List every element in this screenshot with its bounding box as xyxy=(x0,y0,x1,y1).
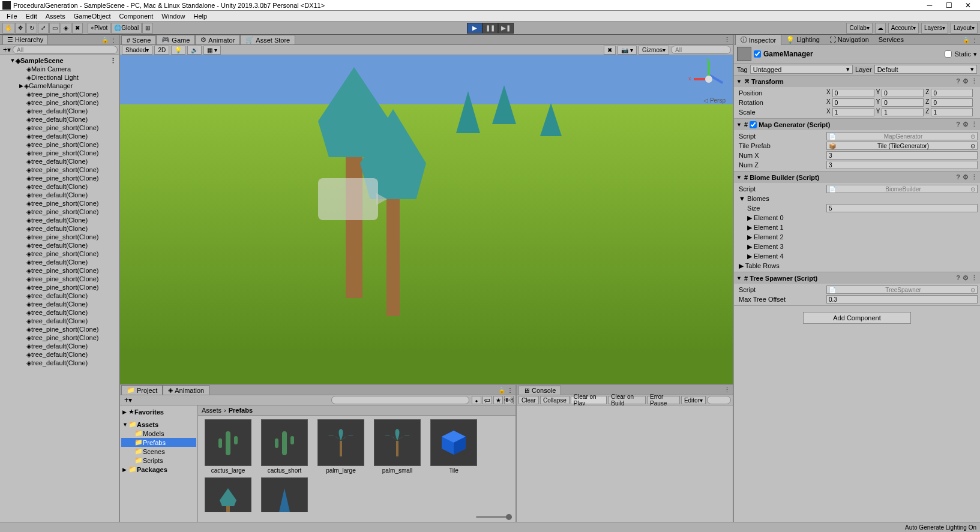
play-button[interactable]: ▶ xyxy=(467,23,482,34)
account-dropdown[interactable]: Account ▾ xyxy=(888,23,919,34)
hierarchy-item[interactable]: ◈ tree_default(Clone) xyxy=(0,300,119,308)
shading-mode-dropdown[interactable]: Shaded ▾ xyxy=(122,46,152,55)
rotate-tool-button[interactable]: ↻ xyxy=(26,23,37,34)
preset-icon[interactable]: ⚙ xyxy=(963,121,969,128)
scene-light-toggle[interactable]: 💡 xyxy=(171,46,185,55)
hierarchy-item[interactable]: ◈ tree_pine_short(Clone) xyxy=(0,166,119,174)
layout-dropdown[interactable]: Layout ▾ xyxy=(951,23,978,34)
rect-tool-button[interactable]: ▭ xyxy=(49,23,60,34)
console-clear-button[interactable]: Clear xyxy=(519,396,539,404)
auto-lighting-status[interactable]: Auto Generate Lighting On xyxy=(905,524,976,531)
project-folder-tree[interactable]: ▶★ Favorites ▼📁 Assets 📁 Models 📁 Prefab… xyxy=(120,405,198,522)
folder-scenes[interactable]: 📁 Scenes xyxy=(121,447,196,456)
collab-dropdown[interactable]: Collab ▾ xyxy=(846,23,872,34)
pivot-toggle[interactable]: ⌖ Pivot xyxy=(88,23,110,34)
hierarchy-item[interactable]: ◈ tree_default(Clone) xyxy=(0,157,119,166)
hierarchy-item[interactable]: ◈ tree_pine_short(Clone) xyxy=(0,266,119,275)
search-by-type-button[interactable]: ⬥ xyxy=(472,396,481,404)
hierarchy-item[interactable]: ◈ tree_pine_short(Clone) xyxy=(0,233,119,241)
hierarchy-tree[interactable]: ▼ ◈ SampleScene ⋮ ◈ Main Camera◈ Directi… xyxy=(0,55,119,522)
menu-help[interactable]: Help xyxy=(189,13,211,20)
console-body[interactable] xyxy=(517,405,733,522)
scene-audio-toggle[interactable]: 🔊 xyxy=(187,46,202,55)
console-error-pause-button[interactable]: Error Pause xyxy=(647,396,680,404)
add-component-button[interactable]: Add Component xyxy=(803,312,911,324)
hierarchy-item[interactable]: ◈ tree_default(Clone) xyxy=(0,132,119,140)
rotation-x-input[interactable] xyxy=(832,98,874,107)
hierarchy-item[interactable]: ◈ tree_pine_short(Clone) xyxy=(0,149,119,157)
hierarchy-item[interactable]: ◈ tree_pine_short(Clone) xyxy=(0,250,119,258)
biomes-label[interactable]: ▼ Biomes xyxy=(736,195,826,202)
thumbnail-size-slider[interactable] xyxy=(476,516,512,518)
hidden-packages-button[interactable]: 👁8 xyxy=(504,396,514,404)
hierarchy-item[interactable]: ◈ tree_default(Clone) xyxy=(0,191,119,199)
hierarchy-item[interactable]: ◈ tree_default(Clone) xyxy=(0,359,119,367)
console-search-input[interactable] xyxy=(707,396,731,404)
console-clear-on-play-button[interactable]: Clear on Play xyxy=(571,396,607,404)
preset-icon[interactable]: ⚙ xyxy=(963,77,969,85)
packages-folder[interactable]: ▶📁 Packages xyxy=(121,465,196,474)
numz-input[interactable] xyxy=(826,161,978,169)
layer-dropdown[interactable]: Default▾ xyxy=(874,65,977,74)
menu-window[interactable]: Window xyxy=(157,13,189,20)
table-rows-label[interactable]: ▶ Table Rows xyxy=(736,262,826,270)
hand-tool-button[interactable]: ✋ xyxy=(2,23,14,34)
scene-viewport[interactable]: y x ◁ Persp xyxy=(120,55,733,384)
console-collapse-button[interactable]: Collapse xyxy=(540,396,570,404)
scale-x-input[interactable] xyxy=(832,108,874,116)
tab-game[interactable]: 🎮 Game xyxy=(156,35,195,44)
favorites-folder[interactable]: ▶★ Favorites xyxy=(121,407,196,416)
hierarchy-item[interactable]: ◈ tree_pine_short(Clone) xyxy=(0,275,119,283)
cloud-button[interactable]: ☁ xyxy=(875,23,886,34)
pause-button[interactable]: ❚❚ xyxy=(482,23,498,34)
move-tool-button[interactable]: ✥ xyxy=(15,23,26,34)
close-button[interactable]: ✕ xyxy=(958,1,978,10)
2d-toggle[interactable]: 2D xyxy=(154,46,169,55)
object-picker-icon[interactable]: ⊙ xyxy=(970,143,975,149)
project-search-input[interactable] xyxy=(331,396,469,404)
folder-prefabs[interactable]: 📁 Prefabs xyxy=(121,438,196,447)
hierarchy-item[interactable]: ◈ tree_pine_short(Clone) xyxy=(0,98,119,107)
tree-spawner-header[interactable]: ▼ # Tree Spawner (Script) ?⚙⋮ xyxy=(734,272,980,284)
hierarchy-item[interactable]: ◈ tree_default(Clone) xyxy=(0,317,119,325)
hierarchy-item[interactable]: ◈ tree_pine_short(Clone) xyxy=(0,333,119,342)
scene-fx-toggle[interactable]: ▦ ▾ xyxy=(203,46,221,55)
map-generator-header[interactable]: ▼ # Map Generator (Script) ?⚙⋮ xyxy=(734,119,980,130)
asset-item[interactable] xyxy=(258,477,311,512)
snap-button[interactable]: ⊞ xyxy=(142,23,153,34)
hierarchy-item[interactable]: ◈ tree_default(Clone) xyxy=(0,308,119,317)
project-breadcrumb[interactable]: Assets › Prefabs xyxy=(198,405,516,416)
tag-dropdown[interactable]: Untagged▾ xyxy=(750,65,853,74)
menu-assets[interactable]: Assets xyxy=(41,13,70,20)
inspector-lock-icon[interactable]: 🔒 ⋮ xyxy=(963,37,978,43)
scene-camera-settings[interactable]: 📷 ▾ xyxy=(618,46,637,55)
tab-scene[interactable]: # Scene xyxy=(121,35,156,44)
menu-gameobject[interactable]: GameObject xyxy=(70,13,115,20)
hierarchy-item[interactable]: ◈ tree_pine_short(Clone) xyxy=(0,283,119,291)
asset-item[interactable]: palm_large xyxy=(314,419,367,474)
tab-asset-store[interactable]: 🛒 Asset Store xyxy=(240,35,295,44)
numx-input[interactable] xyxy=(826,151,978,160)
project-create-button[interactable]: +▾ xyxy=(122,396,134,404)
gizmos-dropdown[interactable]: Gizmos ▾ xyxy=(639,46,669,55)
rotation-y-input[interactable] xyxy=(882,98,924,107)
hierarchy-item[interactable]: ◈ tree_default(Clone) xyxy=(0,115,119,124)
component-menu-icon[interactable]: ⋮ xyxy=(971,77,978,85)
biome-builder-header[interactable]: ▼ # Biome Builder (Script) ?⚙⋮ xyxy=(734,172,980,183)
asset-item[interactable]: palm_small xyxy=(371,419,424,474)
hierarchy-item[interactable]: ◈ tree_pine_short(Clone) xyxy=(0,124,119,132)
biome-element-label[interactable]: ▶ Element 3 xyxy=(736,243,826,251)
project-lock-icon[interactable]: 🔒 ⋮ xyxy=(498,387,513,393)
scene-tab-menu-icon[interactable]: ⋮ xyxy=(724,36,730,44)
console-clear-on-build-button[interactable]: Clear on Build xyxy=(608,396,646,404)
hierarchy-item[interactable]: ◈ tree_default(Clone) xyxy=(0,350,119,359)
scale-y-input[interactable] xyxy=(882,108,924,116)
hierarchy-item[interactable]: ◈ tree_default(Clone) xyxy=(0,216,119,224)
hierarchy-item[interactable]: ◈ tree_pine_short(Clone) xyxy=(0,208,119,216)
hierarchy-item[interactable]: ◈ tree_default(Clone) xyxy=(0,224,119,233)
help-icon[interactable]: ? xyxy=(956,121,960,128)
tab-console[interactable]: 🖥 Console xyxy=(518,386,561,395)
help-icon[interactable]: ? xyxy=(956,173,960,181)
projection-label[interactable]: ◁ Persp xyxy=(703,97,726,104)
tab-navigation[interactable]: ⛶ Navigation xyxy=(825,35,874,44)
